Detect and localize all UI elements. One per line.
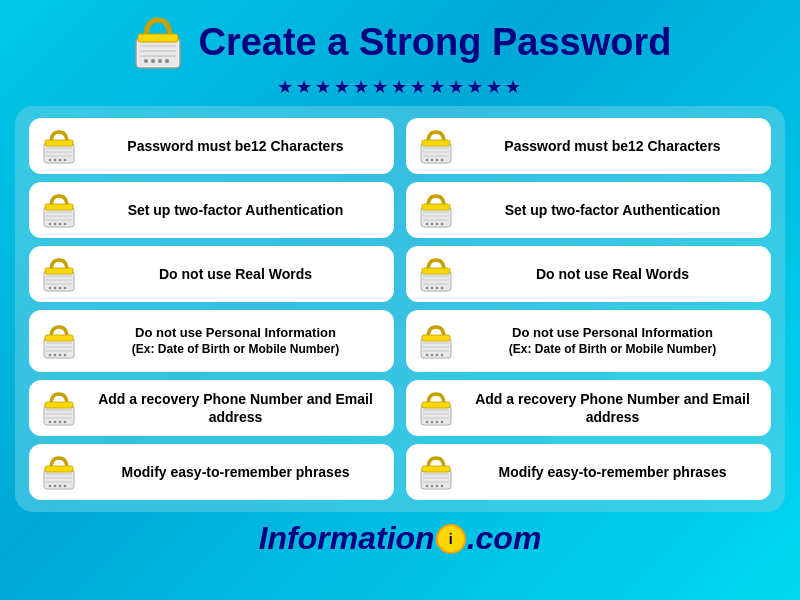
- svg-rect-109: [422, 402, 450, 408]
- footer-prefix: Information: [259, 520, 435, 557]
- svg-point-75: [49, 354, 52, 357]
- svg-rect-29: [422, 140, 450, 146]
- stars-decoration: ★★★★★★★★★★★★★: [277, 76, 524, 98]
- svg-point-116: [54, 485, 57, 488]
- svg-point-127: [436, 485, 439, 488]
- lock-icon: [39, 254, 79, 294]
- svg-point-125: [426, 485, 429, 488]
- lock-icon: [416, 126, 456, 166]
- svg-point-38: [64, 223, 67, 226]
- lock-icon: [39, 452, 79, 492]
- card-item: Add a recovery Phone Number and Email ad…: [29, 380, 394, 436]
- svg-point-105: [426, 421, 429, 424]
- svg-point-56: [54, 287, 57, 290]
- svg-rect-89: [422, 335, 450, 341]
- svg-point-16: [54, 159, 57, 162]
- svg-rect-9: [138, 34, 178, 42]
- svg-point-96: [54, 421, 57, 424]
- footer: Information i .com: [259, 520, 542, 557]
- lock-icon: [416, 254, 456, 294]
- card-text: Do not use Personal Information(Ex: Date…: [464, 325, 761, 357]
- svg-point-37: [59, 223, 62, 226]
- card-text: Set up two-factor Authentication: [464, 201, 761, 219]
- svg-rect-19: [45, 140, 73, 146]
- lock-icon: [416, 321, 456, 361]
- svg-point-88: [441, 354, 444, 357]
- lock-icon: [416, 452, 456, 492]
- svg-point-97: [59, 421, 62, 424]
- svg-point-108: [441, 421, 444, 424]
- svg-point-76: [54, 354, 57, 357]
- page-title: Create a Strong Password: [198, 21, 671, 64]
- svg-rect-59: [45, 268, 73, 274]
- svg-rect-129: [422, 466, 450, 472]
- svg-point-107: [436, 421, 439, 424]
- svg-point-118: [64, 485, 67, 488]
- svg-point-117: [59, 485, 62, 488]
- svg-point-5: [144, 59, 148, 63]
- svg-point-58: [64, 287, 67, 290]
- svg-point-46: [431, 223, 434, 226]
- svg-point-25: [426, 159, 429, 162]
- svg-point-26: [431, 159, 434, 162]
- svg-point-85: [426, 354, 429, 357]
- svg-point-66: [431, 287, 434, 290]
- footer-suffix: .com: [467, 520, 542, 557]
- svg-point-15: [49, 159, 52, 162]
- svg-rect-39: [45, 204, 73, 210]
- lock-icon: [39, 388, 79, 428]
- card-item: Modify easy-to-remember phrases: [406, 444, 771, 500]
- svg-point-115: [49, 485, 52, 488]
- card-text: Set up two-factor Authentication: [87, 201, 384, 219]
- footer-info-icon: i: [436, 524, 466, 554]
- card-item: Set up two-factor Authentication: [29, 182, 394, 238]
- svg-point-55: [49, 287, 52, 290]
- card-item: Do not use Personal Information(Ex: Date…: [29, 310, 394, 372]
- svg-point-98: [64, 421, 67, 424]
- svg-point-36: [54, 223, 57, 226]
- card-text: Do not use Personal Information(Ex: Date…: [87, 325, 384, 357]
- svg-point-106: [431, 421, 434, 424]
- svg-point-67: [436, 287, 439, 290]
- lock-icon: [39, 190, 79, 230]
- lock-icon: [416, 190, 456, 230]
- svg-point-126: [431, 485, 434, 488]
- svg-point-68: [441, 287, 444, 290]
- lock-icon: [416, 388, 456, 428]
- card-text: Add a recovery Phone Number and Email ad…: [87, 390, 384, 426]
- svg-point-65: [426, 287, 429, 290]
- card-text: Password must be12 Characters: [464, 137, 761, 155]
- card-item: Password must be12 Characters: [406, 118, 771, 174]
- svg-point-8: [165, 59, 169, 63]
- lock-icon: [39, 321, 79, 361]
- svg-point-7: [158, 59, 162, 63]
- svg-point-6: [151, 59, 155, 63]
- svg-point-86: [431, 354, 434, 357]
- svg-point-78: [64, 354, 67, 357]
- svg-point-28: [441, 159, 444, 162]
- card-item: Set up two-factor Authentication: [406, 182, 771, 238]
- card-text: Add a recovery Phone Number and Email ad…: [464, 390, 761, 426]
- svg-point-128: [441, 485, 444, 488]
- svg-point-47: [436, 223, 439, 226]
- card-item: Do not use Real Words: [406, 246, 771, 302]
- svg-point-48: [441, 223, 444, 226]
- svg-rect-1: [138, 40, 178, 66]
- card-item: Add a recovery Phone Number and Email ad…: [406, 380, 771, 436]
- card-text: Modify easy-to-remember phrases: [87, 463, 384, 481]
- svg-point-35: [49, 223, 52, 226]
- card-item: Do not use Personal Information(Ex: Date…: [406, 310, 771, 372]
- svg-point-17: [59, 159, 62, 162]
- card-item: Password must be12 Characters: [29, 118, 394, 174]
- svg-point-95: [49, 421, 52, 424]
- svg-rect-49: [422, 204, 450, 210]
- svg-rect-99: [45, 402, 73, 408]
- svg-point-77: [59, 354, 62, 357]
- card-text: Do not use Real Words: [87, 265, 384, 283]
- card-text: Do not use Real Words: [464, 265, 761, 283]
- svg-point-57: [59, 287, 62, 290]
- svg-point-27: [436, 159, 439, 162]
- card-text: Modify easy-to-remember phrases: [464, 463, 761, 481]
- svg-point-87: [436, 354, 439, 357]
- card-grid: Password must be12 Characters Password m…: [15, 106, 785, 512]
